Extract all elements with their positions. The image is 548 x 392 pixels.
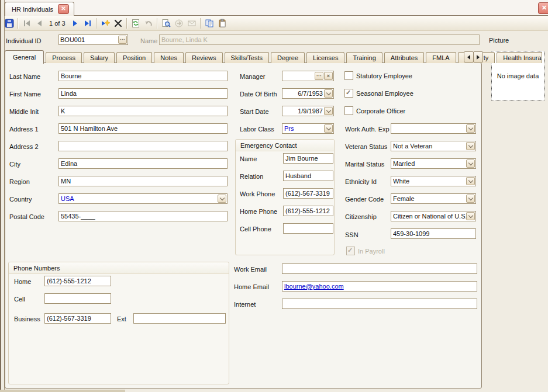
chevron-down-icon[interactable] [324, 124, 333, 133]
ec-relation-input[interactable] [283, 171, 333, 181]
individual-id-input[interactable] [59, 35, 118, 44]
ellipsis-icon[interactable]: ··· [315, 72, 323, 80]
print-preview-icon[interactable] [160, 17, 173, 30]
phone-ext-input[interactable] [133, 313, 226, 324]
manager-input[interactable] [282, 71, 315, 81]
toolbar-separator [18, 18, 19, 29]
tab-reviews[interactable]: Reviews [185, 52, 223, 63]
veteran-status-label: Veteran Status [345, 143, 387, 150]
country-combo[interactable]: USA [58, 193, 228, 204]
previous-record-icon[interactable] [33, 17, 46, 30]
date-of-birth-field[interactable] [282, 88, 334, 99]
start-date-field[interactable] [282, 106, 334, 116]
chevron-down-icon[interactable] [324, 89, 333, 98]
postal-code-input[interactable] [58, 211, 228, 221]
gender-code-combo[interactable]: Female [391, 193, 476, 204]
work-auth-exp-combo[interactable] [391, 123, 476, 134]
last-name-label: Last Name [9, 73, 40, 80]
veteran-status-combo[interactable]: Not a Veteran [391, 141, 476, 151]
home-email-input[interactable] [282, 281, 477, 292]
tab-process[interactable]: Process [46, 52, 82, 63]
tab-degree[interactable]: Degree [271, 52, 305, 63]
new-record-icon[interactable] [99, 17, 112, 30]
seasonal-employee-checkbox[interactable] [344, 89, 353, 98]
start-date-input[interactable] [282, 106, 324, 116]
date-of-birth-input[interactable] [282, 89, 324, 98]
address1-input[interactable] [58, 123, 228, 134]
country-label: Country [9, 196, 32, 203]
ec-name-label: Name [240, 155, 257, 162]
labor-class-combo[interactable]: Prs [282, 123, 334, 134]
tab-licenses[interactable]: Licenses [306, 52, 344, 63]
ec-name-input[interactable] [283, 153, 333, 164]
go-forward-icon[interactable] [173, 17, 185, 30]
last-name-input[interactable] [58, 71, 228, 81]
phone-home-input[interactable] [44, 276, 111, 286]
corporate-officer-checkbox[interactable] [344, 106, 353, 115]
ec-cell-phone-input[interactable] [283, 223, 333, 234]
tab-notes[interactable]: Notes [154, 52, 184, 63]
delete-record-icon[interactable] [112, 17, 125, 30]
tab-skills-tests[interactable]: Skills/Tests [225, 52, 269, 63]
chevron-down-icon[interactable] [466, 142, 475, 150]
address2-input[interactable] [58, 141, 228, 151]
first-record-icon[interactable] [20, 17, 33, 30]
name-input [159, 34, 480, 45]
marital-status-combo[interactable]: Married [391, 158, 476, 169]
phone-cell-input[interactable] [44, 293, 111, 304]
individual-id-field[interactable]: ··· [58, 34, 128, 45]
next-record-icon[interactable] [68, 17, 81, 30]
manager-field[interactable]: ··· × [282, 71, 334, 81]
picture-label: Picture [489, 37, 509, 44]
region-input[interactable] [58, 176, 228, 186]
tab-scroll-right-icon[interactable] [473, 51, 483, 63]
clear-x-icon[interactable]: × [324, 72, 333, 80]
chevron-down-icon[interactable] [466, 159, 475, 168]
chevron-down-icon[interactable] [218, 195, 226, 203]
chevron-down-icon[interactable] [324, 107, 333, 115]
chevron-down-icon[interactable] [466, 195, 475, 203]
tab-scroll-left-icon[interactable] [464, 51, 474, 63]
save-icon[interactable] [3, 17, 16, 30]
ellipsis-icon[interactable]: ··· [118, 36, 127, 44]
middle-init-input[interactable] [58, 106, 228, 116]
ssn-input[interactable] [391, 228, 476, 239]
email-icon[interactable] [185, 17, 198, 30]
tab-salary[interactable]: Salary [84, 52, 115, 63]
statutory-employee-checkbox[interactable] [344, 71, 353, 80]
chevron-down-icon[interactable] [466, 124, 475, 133]
paste-icon[interactable] [216, 17, 229, 30]
ec-work-phone-label: Work Phone [240, 190, 275, 197]
internet-input[interactable] [282, 299, 477, 309]
tab-position[interactable]: Position [116, 52, 152, 63]
window-close-icon[interactable]: ✕ [538, 2, 548, 14]
toolbar: 1 of 3 [0, 16, 548, 31]
tab-health-insurance[interactable]: Health Insura [497, 52, 542, 63]
first-name-input[interactable] [58, 88, 228, 99]
city-input[interactable] [58, 158, 228, 169]
copy-icon[interactable] [203, 17, 216, 30]
last-record-icon[interactable] [81, 17, 94, 30]
chevron-down-icon[interactable] [466, 212, 475, 220]
citizenship-combo[interactable]: Citizen or National of U.S. [391, 211, 476, 221]
toolbar-separator [96, 18, 97, 29]
phone-business-input[interactable] [44, 313, 111, 324]
tab-close-icon[interactable]: ✕ [58, 4, 69, 14]
work-email-input[interactable] [282, 263, 477, 274]
refresh-icon[interactable] [129, 17, 142, 30]
tab-training[interactable]: Training [346, 52, 382, 63]
phone-home-label: Home [14, 278, 31, 285]
ec-work-phone-input[interactable] [283, 188, 333, 199]
document-tab-hr-individuals[interactable]: HR Individuals ✕ [5, 2, 74, 16]
marital-status-label: Marital Status [345, 161, 384, 168]
work-auth-exp-label: Work Auth. Exp [345, 126, 390, 133]
tab-strip: General Process Salary Position Notes Re… [5, 50, 542, 63]
ethnicity-id-combo[interactable]: White [391, 176, 476, 186]
tab-fmla[interactable]: FMLA [426, 52, 456, 63]
tab-general[interactable]: General [5, 50, 44, 64]
ec-home-phone-input[interactable] [283, 206, 333, 216]
record-position: 1 of 3 [49, 20, 66, 27]
tab-attributes[interactable]: Attributes [384, 52, 424, 63]
chevron-down-icon[interactable] [466, 177, 475, 185]
undo-icon[interactable] [142, 17, 155, 30]
